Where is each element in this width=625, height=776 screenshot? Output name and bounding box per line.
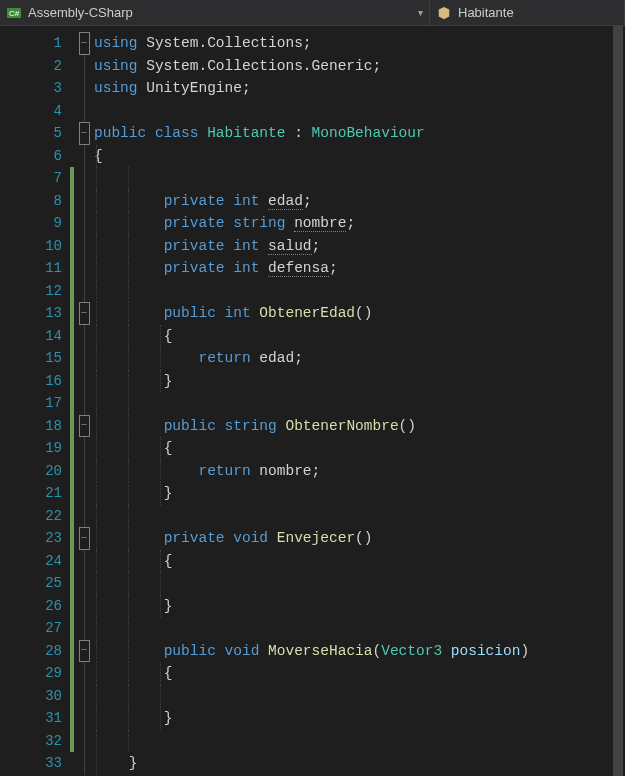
code-line[interactable]: private int salud; [94, 235, 625, 258]
line-number: 9 [0, 212, 62, 235]
fold-toggle[interactable]: − [79, 32, 90, 55]
class-dropdown[interactable]: Habitante [430, 0, 625, 25]
line-number: 7 [0, 167, 62, 190]
csharp-project-icon: C# [6, 5, 22, 21]
line-number: 14 [0, 325, 62, 348]
code-line[interactable]: private string nombre; [94, 212, 625, 235]
fold-toggle[interactable]: − [79, 302, 90, 325]
line-number: 26 [0, 595, 62, 618]
line-number: 2 [0, 55, 62, 78]
line-number: 31 [0, 707, 62, 730]
line-number: 25 [0, 572, 62, 595]
code-line[interactable]: return nombre; [94, 460, 625, 483]
line-number-gutter: 1234567891011121314151617181920212223242… [0, 26, 70, 776]
code-line[interactable]: } [94, 707, 625, 730]
code-line[interactable] [94, 572, 625, 595]
line-number: 5 [0, 122, 62, 145]
line-number: 20 [0, 460, 62, 483]
line-number: 1 [0, 32, 62, 55]
vertical-scrollbar[interactable] [611, 26, 625, 776]
line-number: 6 [0, 145, 62, 168]
line-number: 17 [0, 392, 62, 415]
code-line[interactable] [94, 617, 625, 640]
code-line[interactable] [94, 167, 625, 190]
code-line[interactable]: { [94, 550, 625, 573]
fold-toggle[interactable]: − [79, 122, 90, 145]
code-line[interactable]: } [94, 370, 625, 393]
code-line[interactable] [94, 505, 625, 528]
line-number: 27 [0, 617, 62, 640]
code-line[interactable]: private int edad; [94, 190, 625, 213]
line-number: 13 [0, 302, 62, 325]
class-dropdown-label: Habitante [458, 5, 514, 20]
line-number: 24 [0, 550, 62, 573]
code-line[interactable]: } [94, 482, 625, 505]
code-line[interactable]: public int ObtenerEdad() [94, 302, 625, 325]
code-line[interactable]: private int defensa; [94, 257, 625, 280]
code-line[interactable] [94, 685, 625, 708]
scrollbar-thumb[interactable] [613, 26, 623, 776]
line-number: 28 [0, 640, 62, 663]
project-dropdown[interactable]: C# Assembly-CSharp ▾ [0, 0, 430, 25]
fold-toggle[interactable]: − [79, 640, 90, 663]
code-line[interactable]: public class Habitante : MonoBehaviour [94, 122, 625, 145]
fold-column: −−−−−− [74, 26, 94, 776]
code-area[interactable]: using System.Collections;using System.Co… [94, 26, 625, 776]
line-number: 16 [0, 370, 62, 393]
code-line[interactable]: { [94, 145, 625, 168]
code-line[interactable]: } [94, 752, 625, 775]
line-number: 18 [0, 415, 62, 438]
fold-toggle[interactable]: − [79, 415, 90, 438]
line-number: 22 [0, 505, 62, 528]
code-line[interactable] [94, 730, 625, 753]
fold-toggle[interactable]: − [79, 527, 90, 550]
code-line[interactable]: public string ObtenerNombre() [94, 415, 625, 438]
svg-text:C#: C# [9, 9, 20, 18]
class-icon [436, 5, 452, 21]
line-number: 23 [0, 527, 62, 550]
line-number: 15 [0, 347, 62, 370]
line-number: 21 [0, 482, 62, 505]
line-number: 32 [0, 730, 62, 753]
code-line[interactable]: using System.Collections; [94, 32, 625, 55]
line-number: 3 [0, 77, 62, 100]
code-line[interactable] [94, 100, 625, 123]
code-line[interactable]: using System.Collections.Generic; [94, 55, 625, 78]
line-number: 10 [0, 235, 62, 258]
line-number: 8 [0, 190, 62, 213]
line-number: 29 [0, 662, 62, 685]
code-line[interactable]: { [94, 325, 625, 348]
code-line[interactable]: using UnityEngine; [94, 77, 625, 100]
line-number: 19 [0, 437, 62, 460]
code-line[interactable] [94, 392, 625, 415]
line-number: 11 [0, 257, 62, 280]
code-line[interactable]: public void MoverseHacia(Vector3 posicio… [94, 640, 625, 663]
code-line[interactable]: { [94, 437, 625, 460]
code-line[interactable]: return edad; [94, 347, 625, 370]
line-number: 12 [0, 280, 62, 303]
line-number: 33 [0, 752, 62, 775]
navigation-bar: C# Assembly-CSharp ▾ Habitante [0, 0, 625, 26]
code-line[interactable]: private void Envejecer() [94, 527, 625, 550]
code-line[interactable] [94, 280, 625, 303]
code-line[interactable]: { [94, 662, 625, 685]
code-line[interactable]: } [94, 595, 625, 618]
code-editor[interactable]: 1234567891011121314151617181920212223242… [0, 26, 625, 776]
line-number: 30 [0, 685, 62, 708]
chevron-down-icon: ▾ [418, 7, 423, 18]
line-number: 4 [0, 100, 62, 123]
project-dropdown-label: Assembly-CSharp [28, 5, 133, 20]
